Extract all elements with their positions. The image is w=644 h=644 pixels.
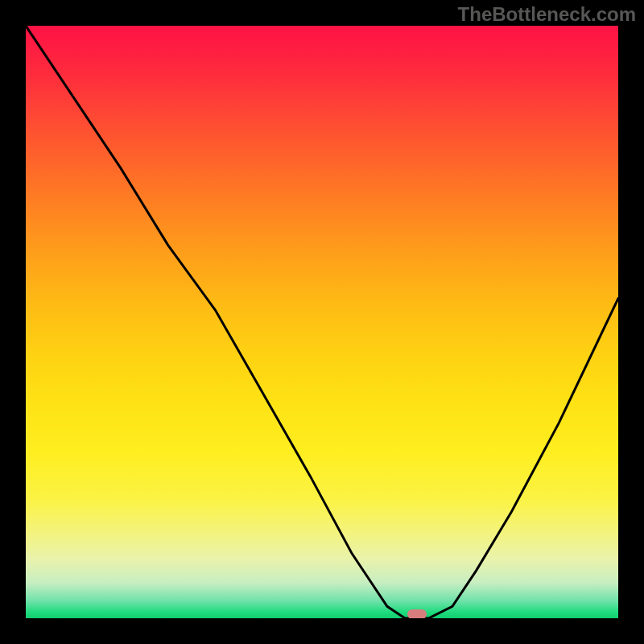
optimal-marker [407,609,427,618]
plot-area [26,26,618,618]
curve-svg [26,26,618,618]
chart-frame: TheBottleneck.com [0,0,644,644]
watermark-text: TheBottleneck.com [458,3,636,26]
bottleneck-curve [26,26,618,618]
